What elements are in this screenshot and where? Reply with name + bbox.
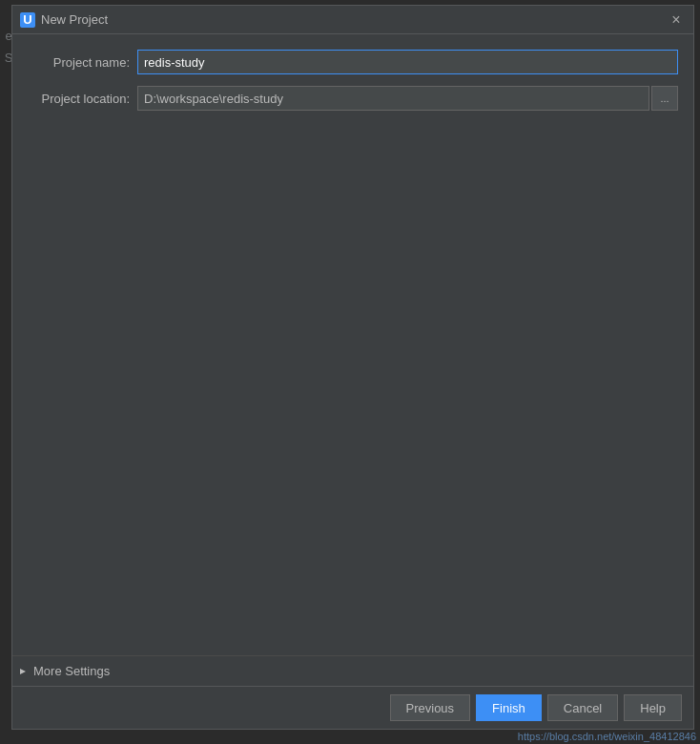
bottom-button-bar: Previous Finish Cancel Help [12,686,693,729]
dialog-icon: U [20,12,35,28]
project-location-label: Project location: [28,92,137,106]
dialog-title: New Project [41,12,667,27]
project-name-row: Project name: [28,50,678,74]
svg-marker-0 [20,669,26,674]
dialog-title-bar: U New Project × [12,6,693,34]
expand-triangle-icon [18,667,28,676]
project-name-label: Project name: [28,55,137,70]
finish-button[interactable]: Finish [476,694,542,721]
close-button[interactable]: × [667,10,686,30]
more-settings-label: More Settings [33,664,110,678]
watermark-text: https://blog.csdn.net/weixin_48412846 [518,731,696,742]
project-location-row: Project location: ... [28,86,678,111]
new-project-dialog: U New Project × Project name: Project lo… [11,5,694,730]
help-button[interactable]: Help [624,694,682,721]
previous-button[interactable]: Previous [390,694,471,721]
more-settings-row[interactable]: More Settings [12,655,693,686]
project-name-input[interactable] [137,50,678,74]
dialog-content-area: Project name: Project location: ... [12,34,693,655]
project-location-input[interactable] [137,86,649,111]
cancel-button[interactable]: Cancel [547,694,618,721]
browse-button[interactable]: ... [651,86,678,111]
